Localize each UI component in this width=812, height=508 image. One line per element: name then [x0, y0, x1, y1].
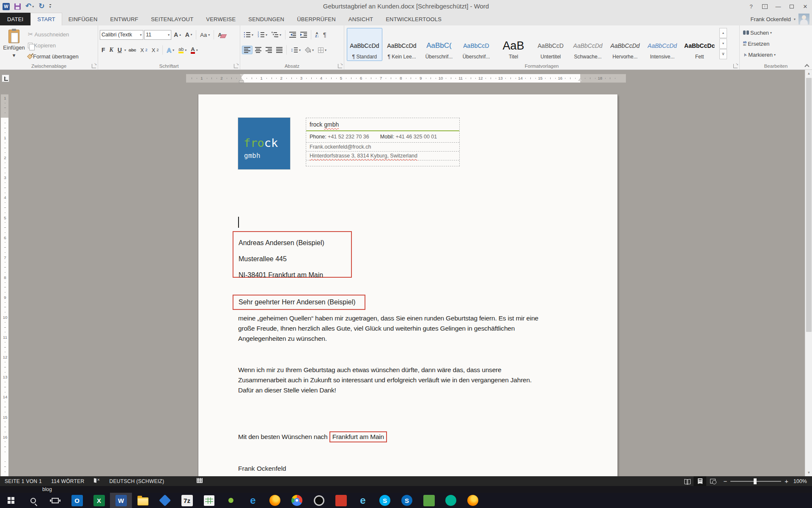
tab-datei[interactable]: DATEI [0, 13, 30, 25]
read-mode-button[interactable] [681, 476, 694, 486]
page-indicator[interactable]: SEITE 1 VON 1 [0, 478, 47, 484]
style-item-7[interactable]: AaBbCcDdHervorhe... [607, 28, 643, 61]
orange-app-icon[interactable] [462, 493, 484, 508]
empty-cell[interactable] [306, 160, 459, 166]
text-effects-button[interactable]: A▾ [165, 46, 176, 55]
first-line-indent-marker[interactable] [239, 74, 244, 77]
closing-line[interactable]: Mit den besten Wünschen nach Frankfurt a… [238, 433, 387, 441]
tab-start[interactable]: START [30, 13, 62, 25]
find-button[interactable]: Suchen▾ [741, 28, 810, 38]
dark-circle-app-icon[interactable] [308, 493, 330, 508]
format-painter-button[interactable]: Format übertragen [26, 51, 80, 62]
ribbon-display-options-button[interactable]: ↑ [758, 0, 771, 13]
styles-dialog-launcher[interactable] [733, 64, 738, 68]
paragraph-dialog-launcher[interactable] [338, 64, 342, 68]
collapse-ribbon-button[interactable] [805, 64, 808, 67]
line-spacing-button[interactable]: ▾ [289, 46, 302, 54]
scroll-up-button[interactable]: ▲ [805, 70, 812, 77]
macro-record-icon[interactable] [192, 478, 207, 484]
style-item-6[interactable]: AaBbCcDdSchwache... [570, 28, 606, 61]
document-page[interactable]: frock gmbh frock gmbh Phone: +41 52 232 … [198, 94, 617, 476]
show-paragraph-marks-button[interactable]: ¶ [321, 30, 328, 39]
decrease-indent-button[interactable] [288, 31, 298, 39]
minimize-button[interactable]: — [771, 0, 785, 13]
restore-button[interactable] [785, 0, 798, 13]
tab-entwicklertools[interactable]: ENTWICKLERTOOLS [379, 13, 448, 25]
right-indent-marker[interactable] [578, 78, 582, 81]
address-cell[interactable]: Hinterdorfstrasse 3, 8314 Kyburg, Switze… [306, 152, 459, 160]
firefox-icon[interactable] [264, 493, 286, 508]
word-icon[interactable]: W [110, 493, 132, 508]
underline-button[interactable]: U [116, 46, 123, 54]
7zip-icon[interactable]: 7z [176, 493, 198, 508]
numbering-button[interactable]: ▾ [256, 31, 269, 39]
justify-button[interactable] [274, 46, 284, 54]
scroll-down-button[interactable]: ▼ [805, 469, 812, 476]
skype-business-icon[interactable]: S [396, 493, 418, 508]
vertical-ruler[interactable]: 1212345678910111213141516 [1, 94, 8, 476]
style-item-3[interactable]: AaBbCcDÜberschrif... [458, 28, 494, 61]
style-item-9[interactable]: AaBbCcDcFett [682, 28, 717, 61]
align-left-button[interactable] [242, 46, 252, 54]
proofing-status-icon[interactable] [89, 478, 105, 485]
red-app-icon[interactable] [330, 493, 352, 508]
italic-button[interactable]: K [108, 46, 115, 54]
teal-app-icon[interactable] [440, 493, 462, 508]
excel-icon[interactable]: X [88, 493, 110, 508]
shading-button[interactable]: ▾ [303, 47, 315, 53]
change-case-button[interactable]: Aa▾ [198, 31, 211, 39]
multilevel-list-button[interactable]: ▾ [270, 31, 283, 39]
clipboard-dialog-launcher[interactable] [92, 64, 96, 68]
desktop-shortcut-label[interactable]: blog [42, 486, 52, 492]
copy-button[interactable]: Kopieren [26, 40, 80, 51]
zoom-out-button[interactable]: − [723, 478, 727, 485]
highlight-color-button[interactable]: ab▾ [177, 46, 188, 54]
file-explorer-icon[interactable] [132, 493, 154, 508]
font-dialog-launcher[interactable] [234, 64, 238, 68]
tab-einfuegen[interactable]: EINFÜGEN [62, 13, 104, 25]
vertical-scrollbar[interactable]: ▲ ▼ [805, 70, 812, 476]
subscript-button[interactable]: X2 [139, 46, 149, 54]
help-button[interactable]: ? [744, 0, 758, 13]
skype-icon[interactable]: S [374, 493, 396, 508]
banknote-app-icon[interactable] [418, 493, 440, 508]
outlook-icon[interactable]: O [66, 493, 88, 508]
left-indent-marker[interactable] [239, 81, 244, 83]
body-paragraph-1[interactable]: meine „geheimen Quellen“ haben mir zuget… [238, 313, 593, 344]
paste-button[interactable]: Einfügen ▾ [2, 27, 26, 61]
styles-scroll-up-button[interactable]: ▲ [719, 28, 727, 38]
web-layout-button[interactable] [706, 476, 719, 486]
horizontal-ruler[interactable]: 211234567891011121314151618 [186, 74, 626, 83]
chrome-icon[interactable] [286, 493, 308, 508]
calendar-app-icon[interactable] [198, 493, 220, 508]
closing-city-field[interactable]: Frankfurt am Main [329, 431, 387, 442]
tab-verweise[interactable]: VERWEISE [200, 13, 242, 25]
shrink-font-button[interactable]: A [184, 30, 194, 39]
tab-entwurf[interactable]: ENTWURF [104, 13, 145, 25]
font-name-combo[interactable]: Calibri (Textk▾ [100, 30, 143, 40]
recipient-address-block[interactable]: Andreas Andersen (Beispiel)Musterallee 4… [233, 231, 352, 278]
blue-app-icon[interactable] [154, 493, 176, 508]
scrollbar-thumb[interactable] [806, 78, 812, 332]
company-name-cell[interactable]: frock gmbh [306, 118, 459, 131]
styles-more-button[interactable]: ▼ [719, 49, 727, 59]
start-button[interactable] [0, 493, 22, 508]
tab-sendungen[interactable]: SENDUNGEN [242, 13, 291, 25]
zoom-in-button[interactable]: + [785, 478, 788, 485]
zoom-level[interactable]: 100% [793, 478, 812, 484]
style-item-2[interactable]: AaBbC(Überschrif... [421, 28, 457, 61]
print-layout-button[interactable] [694, 476, 706, 486]
select-button[interactable]: ➤ Markieren▾ [741, 50, 810, 60]
cut-button[interactable]: ✂ Ausschneiden [26, 29, 80, 40]
style-item-0[interactable]: AaBbCcDd¶ Standard [347, 28, 382, 61]
edge-icon[interactable]: e [242, 493, 264, 508]
style-item-4[interactable]: AaBTitel [496, 28, 531, 61]
greenshot-icon[interactable] [220, 493, 242, 508]
phone-cell[interactable]: Phone: +41 52 232 70 36 Mobil: +41 46 32… [306, 131, 459, 143]
style-item-1[interactable]: AaBbCcDd¶ Kein Lee... [384, 28, 420, 61]
avatar[interactable] [798, 14, 809, 25]
language-indicator[interactable]: DEUTSCH (SCHWEIZ) [105, 478, 169, 484]
tab-seitenlayout[interactable]: SEITENLAYOUT [145, 13, 200, 25]
task-view-button[interactable] [44, 493, 66, 508]
tab-ueberpruefen[interactable]: ÜBERPRÜFEN [291, 13, 342, 25]
